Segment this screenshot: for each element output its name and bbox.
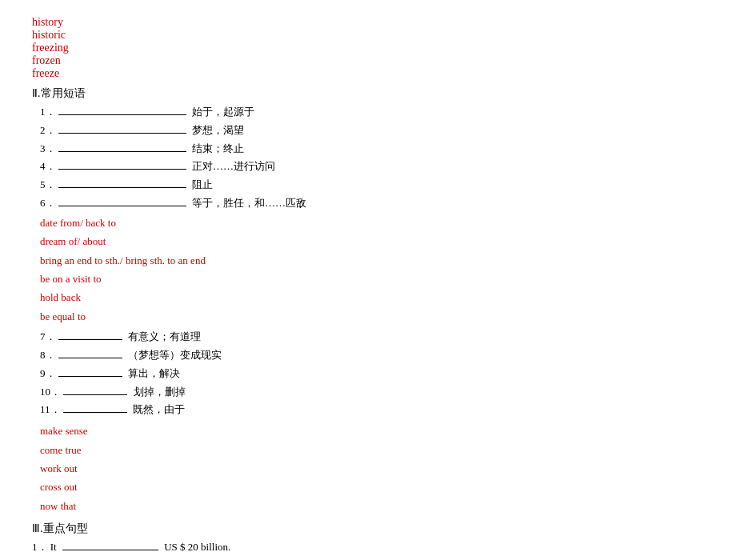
phrase-num-4: 4．	[40, 160, 56, 172]
section2-header: Ⅱ.常用短语	[32, 86, 704, 101]
blank-2	[58, 133, 186, 134]
phrase-list-2: 7． 有意义；有道理 8． （梦想等）变成现实 9． 算出，解决 10． 划掉，…	[40, 329, 704, 418]
phrase-list-1: 1． 始于，起源于 2． 梦想，渴望 3． 结束；终止 4． 正对……进行访问 …	[40, 104, 704, 212]
blank-1	[58, 114, 186, 115]
phrase-item-5: 5． 阻止	[40, 177, 704, 194]
answer-10: cross out	[40, 478, 704, 496]
phrase-item-1: 1． 始于，起源于	[40, 104, 704, 121]
sentence-num-1: 1．	[32, 541, 48, 553]
phrase-num-5: 5．	[40, 178, 56, 190]
phrase-item-6: 6． 等于，胜任，和……匹敌	[40, 195, 704, 212]
blank-10	[63, 394, 127, 395]
answers-section2: make sense come true work out cross out …	[40, 422, 704, 515]
answer-5: hold back	[40, 288, 704, 306]
sentence-item-1: 1． It US $ 20 billion.	[32, 539, 704, 556]
phrase-hint-5: 阻止	[192, 178, 213, 190]
blank-6	[58, 206, 186, 206]
answer-4: be on a visit to	[40, 270, 704, 288]
phrase-num-3: 3．	[40, 142, 56, 154]
phrase-hint-9: 算出，解决	[128, 367, 180, 379]
word-history: history	[32, 16, 704, 29]
phrase-hint-4: 正对……进行访问	[192, 160, 275, 172]
word-historic: historic	[32, 29, 704, 42]
phrase-hint-10: 划掉，删掉	[134, 386, 186, 398]
phrase-hint-6: 等于，胜任，和……匹敌	[192, 197, 306, 209]
sentence-prefix-1: It	[50, 541, 57, 553]
phrase-item-11: 11． 既然，由于	[40, 402, 704, 418]
phrase-item-7: 7． 有意义；有道理	[40, 329, 704, 346]
blank-9	[58, 376, 122, 377]
phrase-item-8: 8． （梦想等）变成现实	[40, 347, 704, 364]
sentence-blank-1	[62, 550, 158, 550]
blank-8	[58, 358, 122, 358]
phrase-item-2: 2． 梦想，渴望	[40, 122, 704, 139]
phrase-item-10: 10． 划掉，删掉	[40, 384, 704, 401]
phrase-hint-1: 始于，起源于	[192, 106, 254, 118]
section3: Ⅲ.重点句型 1． It US $ 20 billion. 它花费了 6 年时间…	[32, 522, 704, 560]
blank-11	[63, 412, 127, 413]
phrase-num-7: 7．	[40, 330, 56, 342]
answer-11: now that	[40, 497, 704, 515]
blank-7	[58, 339, 122, 340]
phrase-num-1: 1．	[40, 106, 56, 118]
phrase-hint-11: 既然，由于	[133, 403, 185, 415]
answer-9: work out	[40, 459, 704, 478]
word-frozen: frozen	[32, 54, 704, 67]
phrase-num-8: 8．	[40, 349, 56, 361]
blank-5	[58, 187, 186, 188]
blank-4	[58, 169, 186, 170]
blank-3	[58, 151, 186, 152]
phrase-item-4: 4． 正对……进行访问	[40, 158, 704, 175]
word-freezing: freezing	[32, 42, 704, 54]
answer-3: bring an end to sth./ bring sth. to an e…	[40, 251, 704, 270]
phrase-num-9: 9．	[40, 367, 56, 379]
phrase-num-10: 10．	[40, 386, 61, 398]
vocabulary-section: history historic freezing frozen freeze	[32, 16, 704, 80]
phrase-hint-2: 梦想，渴望	[192, 124, 244, 136]
phrase-hint-7: 有意义；有道理	[128, 330, 201, 342]
answers-section1: date from/ back to dream of/ about bring…	[40, 214, 704, 326]
phrase-num-6: 6．	[40, 197, 56, 209]
phrase-num-11: 11．	[40, 403, 61, 415]
answer-1: date from/ back to	[40, 214, 704, 232]
phrase-item-3: 3． 结束；终止	[40, 141, 704, 158]
word-freeze: freeze	[32, 67, 704, 80]
phrase-num-2: 2．	[40, 124, 56, 136]
phrase-item-9: 9． 算出，解决	[40, 366, 704, 382]
sentence-suffix-1: US $ 20 billion.	[164, 541, 230, 553]
section3-header: Ⅲ.重点句型	[32, 522, 704, 536]
phrase-hint-8: （梦想等）变成现实	[128, 349, 222, 361]
answer-7: make sense	[40, 422, 704, 440]
answer-6: be equal to	[40, 307, 704, 326]
answer-2: dream of/ about	[40, 232, 704, 250]
phrase-hint-3: 结束；终止	[192, 142, 244, 154]
answer-8: come true	[40, 441, 704, 459]
